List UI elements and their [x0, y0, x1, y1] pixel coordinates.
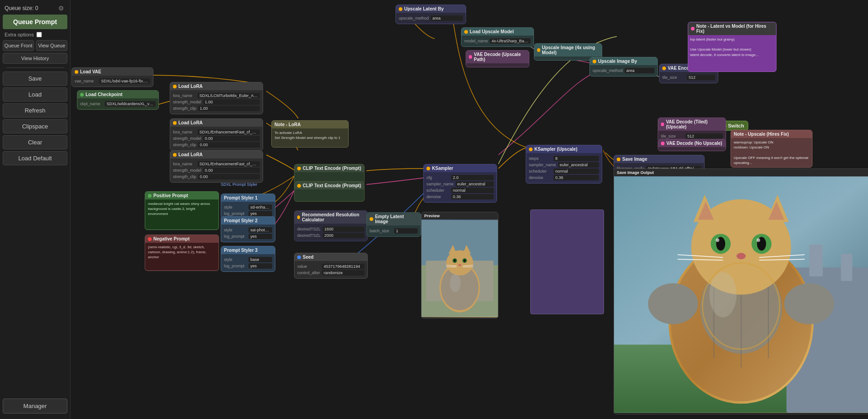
svg-point-17: [450, 274, 461, 292]
clear-button[interactable]: Clear: [3, 135, 67, 149]
load-upscale-model-title: Load Upscale Model: [470, 29, 514, 34]
generated-image-1-node[interactable]: Preview: [421, 212, 498, 319]
svg-point-47: [709, 272, 736, 317]
upscale-image-4x-title: Upscale Image (4x using Model): [542, 45, 599, 55]
recommended-resolution-node[interactable]: Recommended Resolution Calculator desire…: [294, 210, 368, 241]
manager-button[interactable]: Manager: [3, 399, 67, 414]
styler-3-style: base: [249, 257, 272, 262]
load-button[interactable]: Load: [3, 87, 67, 102]
ksampler-upscale-denoise: 0.36: [553, 175, 599, 180]
note-upscale-title: Note - Upscale (Hires Fix): [734, 132, 789, 137]
clipspace-button[interactable]: Clipspace: [3, 119, 67, 133]
load-lora-3-node[interactable]: Load LoRA lora_name SDXL/EnhancementFast…: [170, 150, 263, 183]
save-button[interactable]: Save: [3, 72, 67, 86]
ksampler-upscale-node[interactable]: KSampler (Upscale) steps 8 sampler_name …: [526, 145, 602, 184]
load-vae-title: Load VAE: [80, 69, 101, 74]
generated-image-2-node[interactable]: Save Image Output: [614, 169, 868, 414]
load-lora-2-node[interactable]: Load LoRA lora_name SDXL/EnhancementFast…: [170, 118, 263, 151]
queue-prompt-button[interactable]: Queue Prompt: [3, 15, 67, 29]
note-upscale-node[interactable]: Note - Upscale (Hires Fix) warmup/up: Up…: [731, 130, 812, 168]
note-lora-node[interactable]: Note - LoRA To activate LoRASet Strength…: [271, 120, 349, 148]
seed-title: Seed: [303, 255, 314, 260]
load-upscale-model-node[interactable]: Load Upscale Model model_name 4x-UltraSh…: [461, 27, 534, 47]
node-dot: [370, 217, 373, 221]
ksampler-upscale-preview-area: [530, 210, 604, 314]
refresh-button[interactable]: Refresh: [3, 103, 67, 118]
node-dot: [661, 123, 664, 126]
node-dot: [661, 142, 665, 145]
note-lora-text: To activate LoRASet Strength Model and s…: [274, 130, 345, 140]
load-checkpoint-node[interactable]: Load Checkpoint ckpt_name SDXL/wildcarde…: [77, 90, 159, 110]
upscale-latent-by-node[interactable]: Upscale Latent By upscale_method area: [396, 5, 466, 24]
lora-1-name: SDXL/LCMTurboMix_Euler_A_fix.safetensors: [198, 93, 260, 98]
ksampler-upscale-title: KSampler (Upscale): [534, 147, 577, 152]
positive-prompt-node[interactable]: Positive Prompt medieval knight cat wear…: [145, 191, 219, 230]
svg-point-40: [736, 253, 746, 259]
lora-3-strength-clip: 0.00: [198, 174, 260, 179]
negative-prompt-title: Negative Prompt: [153, 236, 189, 241]
node-dot: [593, 60, 596, 63]
node-dot: [148, 194, 152, 198]
styler-2-log: yes: [249, 234, 272, 239]
note-latent-text: top latent (faster but grainy)Use Upscal…: [690, 37, 774, 57]
queue-size-label: Queue size: 0: [5, 5, 38, 11]
clip-text-encode-2-node[interactable]: CLIP Text Encode (Prompt): [294, 181, 365, 202]
vae-decode-no-upscale-title: VAE Decode (No Upscale): [666, 141, 722, 146]
svg-point-11: [464, 259, 466, 262]
settings-icon[interactable]: ⚙: [58, 5, 66, 12]
checkpoint-name: SDXL/wildcardensXL_v20.safetensors: [105, 101, 156, 107]
svg-rect-21: [809, 245, 823, 276]
styler-1-log: yes: [249, 211, 272, 216]
node-dot: [537, 48, 540, 52]
lora-2-name: SDXL/EnhancementFast_cf_offset_acempa-lo…: [198, 129, 260, 135]
node-dot: [617, 158, 620, 161]
canvas-area[interactable]: Upscale Latent By upscale_method area Lo…: [71, 0, 868, 419]
node-dot: [426, 167, 430, 170]
upscale-image-by-title: Upscale Image By: [598, 59, 637, 64]
prompt-styler-2-title: Prompt Styler 2: [224, 218, 258, 223]
extra-options-checkbox[interactable]: [36, 32, 42, 37]
ksampler-node[interactable]: KSampler cfg 2.0 sampler_name euler_ance…: [423, 164, 497, 203]
sdxl-prompt-styler-label: SDXL Prompt Styler: [221, 182, 257, 187]
prompt-styler-2-node[interactable]: Prompt Styler 2 style sai-photographic l…: [221, 216, 275, 242]
note-latent-vs-model-node[interactable]: Note - Latent vs Model (for Hires Fix) t…: [688, 22, 777, 72]
seed-node[interactable]: Seed value 4537179648281194 control_afte…: [294, 253, 368, 279]
view-history-button[interactable]: View History: [3, 53, 67, 64]
prompt-styler-1-node[interactable]: Prompt Styler 1 style sd-enhance log_pro…: [221, 194, 275, 220]
positive-prompt-text: medieval knight cat wears shiny armor, b…: [148, 201, 216, 217]
view-queue-button[interactable]: View Queue: [36, 40, 67, 51]
load-lora-1-node[interactable]: Load LoRA lora_name SDXL/LCMTurboMix_Eul…: [170, 82, 263, 114]
svg-point-46: [784, 283, 834, 324]
ksampler-upscale-sampler: euler_ancestral: [558, 162, 599, 168]
recommended-resolution-title: Recommended Resolution Calculator: [302, 212, 365, 222]
node-dot: [399, 7, 402, 11]
svg-point-12: [458, 264, 461, 266]
node-dot: [173, 85, 177, 88]
upscale-image-by-node[interactable]: Upscale Image By upscale_method area: [589, 57, 658, 77]
generated-image-2-label: Save Image Output: [617, 170, 654, 175]
node-dot: [662, 66, 666, 70]
svg-point-39: [756, 238, 760, 242]
queue-front-view-queue-row: Queue Front View Queue: [3, 40, 67, 51]
prompt-styler-1-title: Prompt Styler 1: [224, 195, 258, 200]
vae-decode-upscale-path-node[interactable]: VAE Decode (Upscale Path): [466, 50, 529, 67]
queue-front-button[interactable]: Queue Front: [3, 40, 34, 51]
vae-decode-no-upscale-node[interactable]: VAE Decode (No Upscale): [658, 139, 726, 151]
node-dot: [529, 148, 533, 151]
prompt-styler-3-node[interactable]: Prompt Styler 3 style base log_prompt ye…: [221, 246, 275, 272]
lora-3-name: SDXL/EnhancementFast_cf_offset_acempa-lo…: [198, 161, 260, 167]
load-default-button[interactable]: Load Default: [3, 151, 67, 165]
node-dot: [297, 167, 301, 170]
svg-point-45: [648, 283, 698, 324]
styler-2-style: sai-photographic: [249, 227, 272, 233]
empty-latent-title: Empty Latent Image: [375, 214, 418, 224]
node-dot: [173, 153, 177, 157]
load-vae-node[interactable]: Load VAE vae_name SDXL/sdxl-vae-fp16-fix…: [71, 67, 153, 87]
node-dot: [80, 93, 84, 97]
vae-decode-tiled-node[interactable]: VAE Decode (Tiled) (Upscale) tile_size 5…: [658, 118, 726, 142]
seed-control-after: randomize: [322, 270, 365, 276]
note-latent-title: Note - Latent vs Model (for Hires Fix): [696, 24, 773, 34]
negative-prompt-node[interactable]: Negative Prompt (semi-realistic, cgi, 3_…: [145, 235, 219, 271]
node-dot: [297, 215, 300, 219]
empty-latent-image-node[interactable]: Empty Latent Image batch_size 1: [366, 212, 421, 237]
